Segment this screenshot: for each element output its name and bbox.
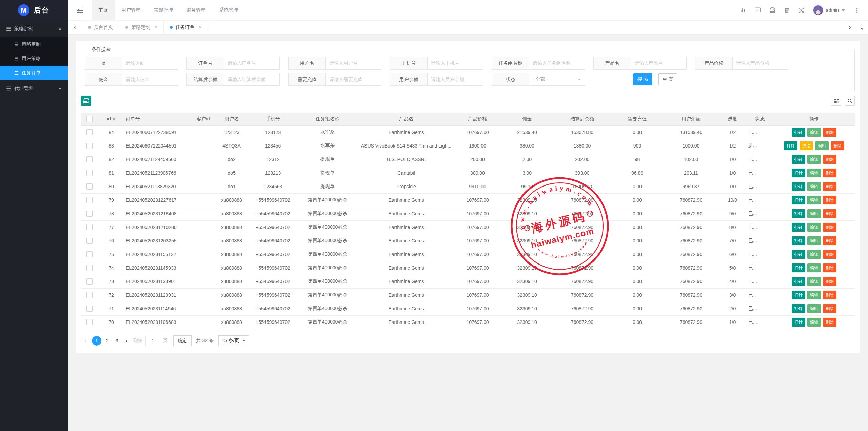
- delete-button[interactable]: 删除: [823, 196, 836, 204]
- pin-button[interactable]: 打针: [792, 318, 805, 327]
- filter-input-产品价格[interactable]: [732, 57, 788, 70]
- pin-button[interactable]: 打针: [792, 196, 805, 204]
- page-prev-icon[interactable]: ‹: [82, 337, 89, 344]
- fullscreen-icon[interactable]: [798, 7, 804, 13]
- row-checkbox[interactable]: [86, 292, 93, 298]
- search-button[interactable]: 搜 索: [633, 73, 652, 85]
- topnav-item-财务管理[interactable]: 财务管理: [180, 0, 212, 20]
- sidebar-group-0[interactable]: 策略定制: [0, 20, 68, 37]
- tab-任务订单[interactable]: 任务订单×: [164, 21, 208, 34]
- delete-button[interactable]: 删除: [823, 291, 836, 299]
- row-checkbox[interactable]: [86, 156, 93, 162]
- topnav-item-主页[interactable]: 主页: [92, 0, 115, 20]
- close-icon[interactable]: ×: [155, 25, 157, 30]
- pin-button[interactable]: 打针: [792, 182, 805, 191]
- tabs-menu-icon[interactable]: ⌄: [856, 21, 868, 34]
- edit-button[interactable]: 编辑: [807, 155, 821, 164]
- topnav-item-常规管理[interactable]: 常规管理: [147, 0, 180, 20]
- logo[interactable]: M 后台: [0, 0, 68, 20]
- row-checkbox[interactable]: [86, 319, 93, 325]
- delete-button[interactable]: 删除: [823, 182, 836, 191]
- delete-button[interactable]: 删除: [823, 304, 836, 313]
- status-select[interactable]: - 全部 -: [529, 73, 585, 86]
- filter-input-产品名[interactable]: [631, 57, 687, 70]
- pin-button[interactable]: 打针: [784, 141, 797, 150]
- filter-input-佣金[interactable]: [122, 73, 178, 86]
- row-checkbox[interactable]: [86, 278, 93, 285]
- select-all-checkbox[interactable]: [86, 116, 93, 122]
- edit-button[interactable]: 编辑: [807, 318, 821, 327]
- trash-icon[interactable]: [784, 7, 789, 13]
- panel-icon[interactable]: [755, 7, 761, 13]
- close-icon[interactable]: ×: [199, 25, 202, 30]
- filter-input-任务组名称[interactable]: [529, 57, 585, 70]
- row-checkbox[interactable]: [86, 238, 93, 244]
- pin-button[interactable]: 打针: [792, 155, 805, 164]
- user-menu[interactable]: admin: [813, 5, 845, 15]
- pin-button[interactable]: 打针: [792, 277, 805, 286]
- tabs-prev-icon[interactable]: ‹: [68, 21, 82, 34]
- edit-button[interactable]: 编辑: [807, 277, 821, 286]
- row-checkbox[interactable]: [86, 170, 93, 176]
- edit-button[interactable]: 编辑: [807, 250, 821, 259]
- topnav-item-系统管理[interactable]: 系统管理: [212, 0, 245, 20]
- filter-input-id[interactable]: [122, 57, 178, 70]
- filter-input-用户名[interactable]: [326, 57, 381, 70]
- bar-chart-icon[interactable]: [740, 7, 746, 13]
- delete-button[interactable]: 删除: [823, 155, 836, 164]
- pin-button[interactable]: 打针: [792, 223, 805, 232]
- pin-button[interactable]: 打针: [792, 236, 805, 245]
- page-next-icon[interactable]: ›: [123, 337, 131, 344]
- delete-button[interactable]: 删除: [823, 263, 836, 272]
- edit-button[interactable]: 编辑: [807, 304, 821, 313]
- sidebar-item-策略定制[interactable]: 策略定制: [0, 37, 68, 52]
- pin-button[interactable]: 打针: [792, 263, 805, 272]
- row-checkbox[interactable]: [86, 265, 93, 271]
- delete-button[interactable]: 删除: [823, 277, 836, 286]
- jump-page-input[interactable]: [145, 336, 160, 346]
- page-2[interactable]: 2: [103, 338, 112, 344]
- tabs-next-icon[interactable]: ›: [844, 21, 856, 34]
- edit-button[interactable]: 编辑: [807, 236, 821, 245]
- delete-button[interactable]: 删除: [823, 236, 836, 245]
- filter-input-用户余额[interactable]: [427, 73, 483, 86]
- tab-策略定制[interactable]: 策略定制×: [119, 21, 164, 34]
- row-checkbox[interactable]: [86, 197, 93, 203]
- pin-button[interactable]: 打针: [792, 128, 805, 137]
- delete-button[interactable]: 删除: [823, 128, 836, 137]
- edit-button[interactable]: 编辑: [807, 169, 821, 177]
- edit-button[interactable]: 编辑: [807, 209, 821, 218]
- delete-button[interactable]: 删除: [823, 223, 836, 232]
- sidebar-item-任务订单[interactable]: 任务订单: [0, 66, 68, 80]
- row-checkbox[interactable]: [86, 306, 93, 312]
- page-3[interactable]: 3: [112, 338, 122, 344]
- edit-button[interactable]: 编辑: [807, 291, 821, 299]
- pin-button[interactable]: 打针: [792, 250, 805, 259]
- jump-confirm-button[interactable]: 确定: [173, 335, 192, 346]
- edit-button[interactable]: 编辑: [807, 263, 821, 272]
- edit-button[interactable]: 编辑: [815, 141, 829, 150]
- edit-button[interactable]: 编辑: [807, 196, 821, 204]
- reset-button[interactable]: 重 置: [658, 73, 677, 85]
- freeze-button[interactable]: 冻结: [800, 141, 813, 150]
- pin-button[interactable]: 打针: [792, 169, 805, 177]
- sort-icons[interactable]: [113, 116, 115, 122]
- sort-desc-icon[interactable]: [113, 119, 115, 122]
- filter-input-需要充值[interactable]: [326, 73, 381, 86]
- delete-button[interactable]: 删除: [831, 141, 844, 150]
- page-size-select[interactable]: 15 条/页: [218, 335, 249, 346]
- tab-后台首页[interactable]: 后台首页: [82, 21, 119, 34]
- pin-button[interactable]: 打针: [792, 291, 805, 299]
- delete-button[interactable]: 删除: [823, 169, 836, 177]
- columns-button[interactable]: [831, 96, 841, 106]
- row-checkbox[interactable]: [86, 224, 93, 230]
- row-checkbox[interactable]: [86, 211, 93, 217]
- page-1[interactable]: 1: [92, 336, 101, 346]
- filter-input-结算后余额[interactable]: [224, 73, 280, 86]
- edit-button[interactable]: 编辑: [807, 128, 821, 137]
- filter-input-手机号[interactable]: [427, 57, 483, 70]
- pin-button[interactable]: 打针: [792, 304, 805, 313]
- menu-collapse-icon[interactable]: [77, 7, 83, 13]
- more-options-icon[interactable]: ⋮: [854, 7, 860, 14]
- row-checkbox[interactable]: [86, 129, 93, 135]
